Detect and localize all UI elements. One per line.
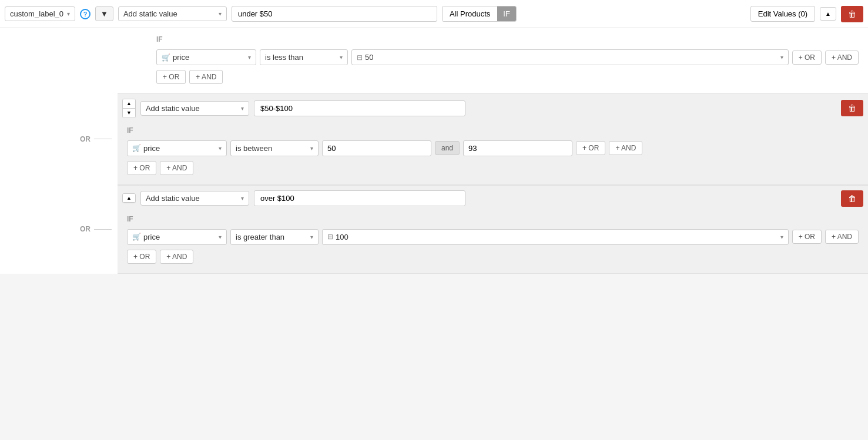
price-select-3[interactable]: 🛒 price ▾ (127, 229, 227, 245)
cart-icon-1: 🛒 (162, 53, 170, 62)
or-and-row-2: + OR + AND (127, 161, 859, 175)
and-button-3-inline[interactable]: + AND (825, 230, 859, 244)
chevron-down-icon: ▾ (219, 145, 222, 152)
or-divider-1: OR ▲ ▼ Add static value ▾ 🗑 IF (0, 93, 868, 185)
or-button-1-inline[interactable]: + OR (792, 51, 822, 65)
chevron-down-icon: ▾ (219, 11, 222, 17)
chevron-down-icon: ▾ (780, 234, 783, 240)
chevron-down-icon: ▼ (100, 9, 108, 18)
if-section-2: IF 🛒 price ▾ is between ▾ and + OR (118, 123, 868, 184)
chevron-down-icon: ▾ (310, 234, 313, 240)
if-section-3: IF 🛒 price ▾ is greater than ▾ ⊟ 100 ▾ (118, 211, 868, 273)
rule2-block: ▲ ▼ Add static value ▾ 🗑 IF 🛒 price (118, 93, 868, 185)
all-products-if-group: All Products IF (442, 6, 517, 22)
and-button-2-inline[interactable]: + AND (609, 141, 642, 155)
price-select-2[interactable]: 🛒 price ▾ (127, 140, 227, 156)
value-input-3[interactable] (254, 190, 465, 206)
and-button-3-row[interactable]: + AND (160, 250, 193, 264)
and-divider-2: and (435, 141, 460, 155)
if-label-3: IF (127, 215, 859, 223)
cart-icon-3: 🛒 (132, 233, 141, 241)
chevron-down-icon: ▾ (241, 105, 244, 112)
operator-select-3[interactable]: is greater than ▾ (230, 229, 319, 245)
chevron-down-icon: ▾ (67, 11, 70, 17)
if-label-1: IF (156, 35, 859, 43)
price-label-2: price (143, 144, 160, 153)
price-label-3: price (143, 233, 160, 241)
between-value-2[interactable] (463, 140, 572, 156)
edit-values-button[interactable]: Edit Values (0) (750, 6, 815, 22)
operator-label-1: is less than (265, 53, 303, 62)
add-static-label-2: Add static value (146, 104, 200, 113)
up-button-2[interactable]: ▲ (123, 99, 135, 109)
chevron-down-icon: ▾ (340, 54, 343, 61)
add-static-label-3: Add static value (146, 194, 200, 203)
cart-icon-2: 🛒 (132, 144, 141, 152)
delete-button-3[interactable]: 🗑 (841, 190, 863, 207)
chevron-down-icon: ▾ (310, 145, 313, 152)
or-button-2-inline[interactable]: + OR (576, 141, 605, 155)
add-static-value-label: Add static value (123, 9, 177, 18)
price-label-1: price (173, 53, 189, 62)
add-static-select-3[interactable]: Add static value ▾ (140, 191, 249, 206)
or-and-row-1: + OR + AND (156, 70, 859, 84)
and-button-1-inline[interactable]: + AND (825, 51, 859, 65)
chevron-down-icon: ▾ (780, 54, 783, 61)
operator-select-1[interactable]: is less than ▾ (260, 49, 348, 65)
value-select-1[interactable]: ⊟ 50 ▾ (351, 49, 789, 65)
add-static-select-2[interactable]: Add static value ▾ (140, 101, 249, 116)
chevron-down-icon: ▾ (219, 234, 222, 240)
operator-label-3: is greater than (236, 233, 284, 241)
add-static-select-top[interactable]: Add static value ▾ (118, 6, 227, 21)
hash-icon-3: ⊟ (327, 233, 333, 241)
up-arrow-button-top[interactable]: ▲ (820, 7, 836, 21)
or-label-2: OR (80, 135, 91, 143)
up-group-3: ▲ (122, 193, 136, 204)
rule3-block: ▲ Add static value ▾ 🗑 IF 🛒 price ▾ (118, 185, 868, 274)
hash-icon-1: ⊟ (357, 53, 363, 62)
and-button-1-row[interactable]: + AND (189, 70, 223, 84)
and-button-2-row[interactable]: + AND (160, 161, 193, 175)
chevron-down-icon: ▾ (248, 54, 251, 61)
delete-button-top[interactable]: 🗑 (841, 6, 863, 22)
first-if-section: IF 🛒 price ▾ is less than ▾ ⊟ 50 ▾ + OR … (0, 28, 868, 93)
or-button-1-row[interactable]: + OR (156, 70, 186, 84)
operator-label-2: is between (236, 144, 272, 153)
custom-label-text: custom_label_0 (10, 9, 63, 18)
down-button-2[interactable]: ▼ (123, 109, 135, 117)
or-divider-2: OR ▲ Add static value ▾ 🗑 IF (0, 185, 868, 274)
or-and-row-3: + OR + AND (127, 250, 859, 264)
help-icon[interactable]: ? (80, 9, 91, 19)
up-down-group-2: ▲ ▼ (122, 99, 136, 118)
or-button-2-row[interactable]: + OR (127, 161, 156, 175)
up-button-3[interactable]: ▲ (123, 194, 135, 203)
if-badge-button[interactable]: IF (497, 6, 516, 21)
all-products-button[interactable]: All Products (443, 6, 497, 21)
or-button-3-inline[interactable]: + OR (792, 230, 822, 244)
value-label-1: 50 (365, 53, 373, 62)
value-input-top[interactable] (232, 6, 437, 22)
top-chevron-down-button[interactable]: ▼ (95, 6, 113, 21)
condition-row-3: 🛒 price ▾ is greater than ▾ ⊟ 100 ▾ + OR (127, 229, 859, 245)
value-label-3: 100 (336, 233, 348, 241)
main-content: IF 🛒 price ▾ is less than ▾ ⊟ 50 ▾ + OR … (0, 28, 868, 274)
or-label-3: OR (80, 225, 91, 233)
operator-select-2[interactable]: is between ▾ (230, 140, 319, 156)
custom-label-select[interactable]: custom_label_0 ▾ (5, 6, 75, 21)
condition-row-1: 🛒 price ▾ is less than ▾ ⊟ 50 ▾ + OR + A… (156, 49, 859, 65)
delete-button-2[interactable]: 🗑 (841, 100, 863, 116)
if-label-2: IF (127, 126, 859, 135)
chevron-down-icon: ▾ (241, 195, 244, 201)
value-input-2[interactable] (254, 100, 465, 116)
or-button-3-row[interactable]: + OR (127, 250, 156, 264)
value-select-3[interactable]: ⊟ 100 ▾ (322, 229, 789, 245)
price-select-1[interactable]: 🛒 price ▾ (156, 49, 256, 65)
between-value-1[interactable] (322, 140, 431, 156)
condition-row-2: 🛒 price ▾ is between ▾ and + OR + AND (127, 140, 859, 156)
